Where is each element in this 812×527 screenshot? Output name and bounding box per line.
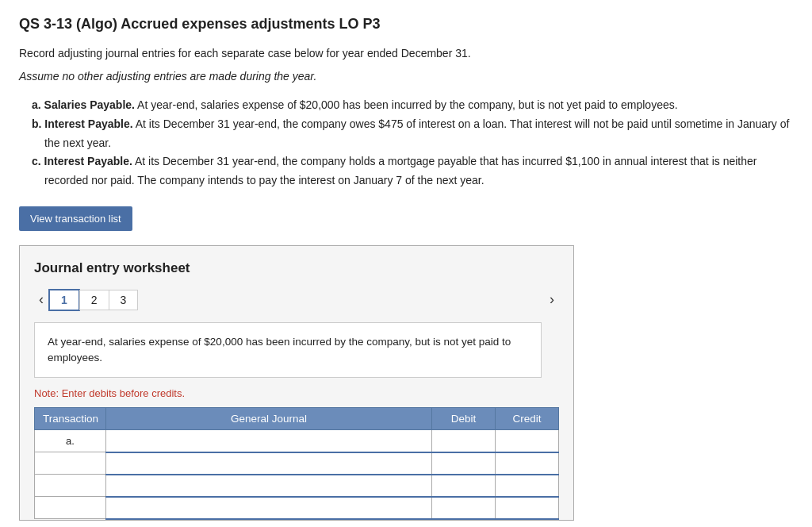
table-row xyxy=(35,475,559,497)
table-row xyxy=(35,452,559,475)
debit-cell-2[interactable] xyxy=(432,452,496,475)
page-title: QS 3-13 (Algo) Accrued expenses adjustme… xyxy=(19,16,793,33)
debit-cell-3[interactable] xyxy=(432,475,496,497)
credit-input-4[interactable] xyxy=(502,502,552,514)
general-journal-cell-1[interactable] xyxy=(106,430,432,452)
header-debit: Debit xyxy=(432,408,496,430)
prev-tab-button[interactable]: ‹ xyxy=(34,290,48,310)
credit-cell-1[interactable] xyxy=(496,430,559,452)
case-b: b. Interest Payable. At its December 31 … xyxy=(32,115,793,153)
case-c: c. Interest Payable. At its December 31 … xyxy=(32,152,793,190)
journal-worksheet: Journal entry worksheet ‹ 1 2 3 › At yea… xyxy=(19,245,574,521)
instruction-text: Record adjusting journal entries for eac… xyxy=(19,45,793,62)
cases-section: a. Salaries Payable. At year-end, salari… xyxy=(19,96,793,190)
tab-navigation: ‹ 1 2 3 › xyxy=(34,289,559,311)
debit-input-4[interactable] xyxy=(439,502,488,514)
general-journal-input-3[interactable] xyxy=(113,479,425,491)
credit-input-1[interactable] xyxy=(502,435,552,447)
scenario-description: At year-end, salaries expense of $20,000… xyxy=(34,322,542,379)
header-credit: Credit xyxy=(496,408,559,430)
header-general-journal: General Journal xyxy=(106,408,432,430)
general-journal-input-4[interactable] xyxy=(113,502,425,514)
worksheet-title: Journal entry worksheet xyxy=(34,260,559,276)
next-tab-button[interactable]: › xyxy=(545,290,559,310)
header-transaction: Transaction xyxy=(35,408,106,430)
general-journal-input-2[interactable] xyxy=(113,457,425,469)
journal-table: Transaction General Journal Debit Credit… xyxy=(34,407,559,520)
debit-cell-4[interactable] xyxy=(432,497,496,519)
case-a: a. Salaries Payable. At year-end, salari… xyxy=(32,96,793,115)
debit-cell-1[interactable] xyxy=(432,430,496,452)
tab-3[interactable]: 3 xyxy=(109,290,139,310)
credit-cell-4[interactable] xyxy=(496,497,559,519)
general-journal-cell-4[interactable] xyxy=(106,497,432,519)
general-journal-cell-2[interactable] xyxy=(106,452,432,475)
transaction-cell-2 xyxy=(35,452,106,475)
transaction-cell-3 xyxy=(35,475,106,497)
debit-input-1[interactable] xyxy=(439,435,488,447)
credit-input-3[interactable] xyxy=(502,479,552,491)
table-row xyxy=(35,497,559,519)
tab-1[interactable]: 1 xyxy=(48,289,80,311)
transaction-cell-1: a. xyxy=(35,430,106,452)
tab-2[interactable]: 2 xyxy=(79,290,109,310)
view-transaction-button[interactable]: View transaction list xyxy=(19,206,132,231)
credit-cell-2[interactable] xyxy=(496,452,559,475)
table-row: a. xyxy=(35,430,559,452)
general-journal-input-1[interactable] xyxy=(113,435,425,447)
debit-input-2[interactable] xyxy=(439,457,488,469)
general-journal-cell-3[interactable] xyxy=(106,475,432,497)
assumption-text: Assume no other adjusting entries are ma… xyxy=(19,68,793,85)
credit-cell-3[interactable] xyxy=(496,475,559,497)
credit-input-2[interactable] xyxy=(502,457,552,469)
debit-input-3[interactable] xyxy=(439,479,488,491)
note-text: Note: Enter debits before credits. xyxy=(34,387,559,399)
transaction-cell-4 xyxy=(35,497,106,519)
